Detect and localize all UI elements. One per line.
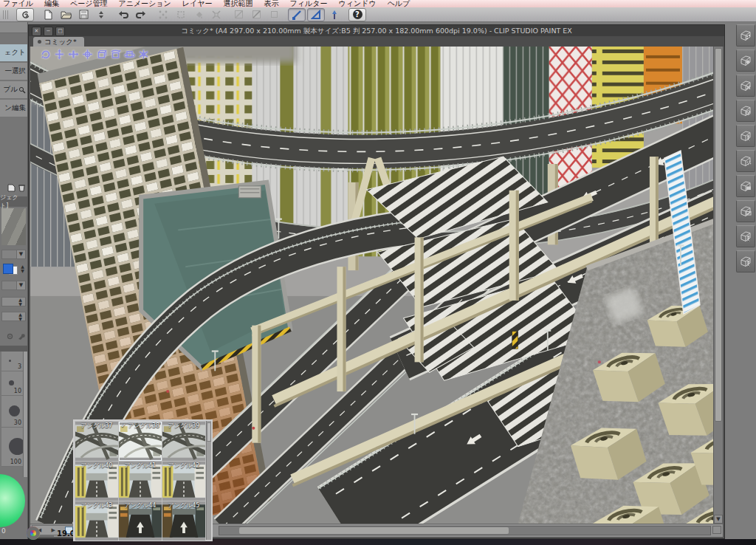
main-color-chip[interactable] — [3, 264, 13, 274]
folder-image-icon — [739, 179, 752, 193]
angle-thumbnail-38-selected[interactable]: ✓ アングル38 — [119, 422, 162, 461]
property-stepper-1[interactable]: ▲▼ — [1, 297, 26, 306]
property-stepper-2[interactable]: ▲▼ — [1, 312, 26, 321]
menu-view[interactable]: 表示 — [264, 0, 279, 7]
undo-button[interactable] — [115, 9, 131, 21]
menu-edit[interactable]: 編集 — [44, 0, 59, 7]
angle-thumbnail-42[interactable]: アングル42 — [162, 462, 205, 501]
ruler-slash-button-1[interactable] — [230, 9, 247, 21]
palette-scrollbar[interactable] — [23, 352, 27, 477]
angle-thumbnail-41[interactable]: アングル41 — [119, 462, 162, 501]
subtool-item-table[interactable]: ブル — [0, 81, 27, 99]
save-options-stepper[interactable] — [93, 9, 109, 21]
palette-header[interactable] — [0, 22, 27, 33]
subtool-item-object[interactable]: ェクト — [0, 44, 27, 62]
angle-thumbnail-44[interactable]: アングル44 — [119, 501, 162, 541]
gear-icon[interactable] — [6, 332, 14, 340]
scroll-right-button[interactable] — [712, 526, 721, 534]
angle-thumbnail-37[interactable]: アングル37 — [75, 422, 118, 461]
material-palette-button-card[interactable] — [736, 200, 755, 222]
trash-icon[interactable] — [18, 183, 26, 192]
object-rotate-x-icon[interactable] — [109, 48, 122, 60]
brush-size-row[interactable]: 10 — [1, 371, 23, 396]
scroll-down-button[interactable]: ▼ — [714, 515, 723, 524]
object-rotate-z-icon[interactable] — [123, 48, 136, 60]
angle-thumbnail-43[interactable]: アングル43 — [75, 501, 118, 541]
menu-animation[interactable]: アニメーション — [118, 0, 171, 7]
menu-filter[interactable]: フィルター — [290, 0, 328, 7]
next-page-button[interactable]: ▶ — [52, 527, 55, 533]
material-palette-button-monochrome[interactable] — [736, 75, 755, 97]
material-palette-button-pose-2[interactable] — [736, 225, 755, 247]
minimize-window-button[interactable]: − — [44, 27, 53, 36]
vertical-scroll-thumb[interactable] — [715, 48, 722, 422]
property-dropdown-2[interactable]: ▼ — [1, 281, 26, 290]
new-file-button[interactable] — [40, 9, 56, 21]
deselect-button[interactable] — [155, 9, 171, 21]
property-footer — [6, 332, 25, 340]
material-palette-button-pose[interactable] — [736, 125, 755, 147]
camera-dolly-icon[interactable] — [67, 48, 80, 60]
slashed-square-icon — [252, 10, 261, 19]
help-button[interactable]: ? — [348, 8, 366, 21]
material-palette-button-3d[interactable] — [736, 100, 755, 122]
menu-help[interactable]: ヘルプ — [388, 0, 410, 7]
brush-size-row[interactable]: 100 — [1, 428, 23, 467]
material-palette-button-color-pattern[interactable] — [736, 49, 755, 72]
wrench-icon[interactable] — [17, 332, 25, 340]
material-palette-button-image[interactable] — [736, 175, 755, 197]
subtool-item-line-edit[interactable]: ン編集 — [0, 100, 27, 117]
horizontal-scroll-thumb[interactable] — [239, 527, 509, 534]
snap-ruler-icon — [292, 10, 302, 20]
brush-size-row[interactable]: 30 — [1, 396, 23, 428]
color-wheel-fragment[interactable] — [0, 474, 25, 527]
snap-special-ruler-button[interactable] — [307, 8, 325, 21]
ruler-slash-button-2[interactable] — [248, 9, 264, 21]
angle-scroll-thumb[interactable] — [207, 422, 211, 442]
camera-pan-icon[interactable] — [53, 48, 66, 60]
object-move-icon[interactable] — [81, 48, 94, 60]
brush-size-row[interactable]: 3 — [1, 352, 23, 371]
redo-button[interactable] — [133, 9, 149, 21]
color-wheel-icon[interactable] — [27, 527, 40, 540]
property-color-row[interactable]: ▲▼ — [0, 263, 27, 276]
snap-ruler-button[interactable] — [288, 8, 306, 21]
object-rotate-y-icon[interactable] — [95, 48, 108, 60]
stepper-icon[interactable]: ▲▼ — [19, 264, 26, 274]
snap-grid-button[interactable] — [326, 9, 343, 21]
material-palette-button-scatter[interactable] — [736, 150, 755, 172]
material-palette-button-pose-3[interactable] — [736, 250, 755, 272]
menu-layer[interactable]: レイヤー — [182, 0, 213, 7]
canvas-vertical-scrollbar[interactable]: ▼ — [713, 47, 723, 524]
menu-window[interactable]: ウィンドウ — [338, 0, 376, 7]
small-square-button[interactable] — [266, 9, 282, 21]
slashed-square-icon — [234, 10, 244, 19]
angle-thumbnail-39[interactable]: アングル39 — [162, 422, 205, 461]
camera-rotate-icon[interactable] — [39, 48, 52, 60]
menu-file[interactable]: ファイル — [3, 0, 33, 7]
property-dropdown-1[interactable]: ▼ — [1, 250, 26, 259]
crop-frame-button[interactable] — [208, 9, 224, 21]
3d-gizmo-toolbar — [39, 48, 150, 60]
object-snap-icon[interactable] — [137, 48, 150, 60]
move-selection-button[interactable] — [173, 9, 189, 21]
menu-page-manage[interactable]: ページ管理 — [70, 0, 107, 7]
toolbar-grip[interactable] — [3, 10, 10, 19]
maximize-window-button[interactable]: □ — [55, 27, 65, 36]
material-palette-button-all[interactable] — [736, 24, 755, 47]
tool-property-preview — [1, 208, 26, 245]
menu-selection[interactable]: 選択範囲 — [224, 0, 253, 7]
open-file-button[interactable] — [58, 9, 74, 21]
angle-panel-scrollbar[interactable] — [206, 421, 211, 540]
open-clip-studio-button[interactable] — [16, 8, 34, 21]
fill-selection-button[interactable] — [190, 9, 207, 21]
canvas-horizontal-scrollbar[interactable] — [219, 526, 711, 535]
new-subtool-icon[interactable] — [7, 183, 16, 192]
angle-thumbnail-40[interactable]: アングル40 — [75, 462, 118, 501]
save-file-button[interactable] — [75, 9, 92, 21]
angle-thumbnail-45[interactable]: アングル45 — [162, 501, 205, 541]
subtool-item-layer-select[interactable]: 一選択 — [0, 63, 27, 80]
document-title-bar[interactable]: コミック* (A4 297.00 x 210.00mm 製本サイズ:B5 判 2… — [29, 25, 724, 36]
document-tab-comic[interactable]: コミック* — [33, 37, 84, 47]
close-window-button[interactable]: ✕ — [32, 27, 41, 36]
